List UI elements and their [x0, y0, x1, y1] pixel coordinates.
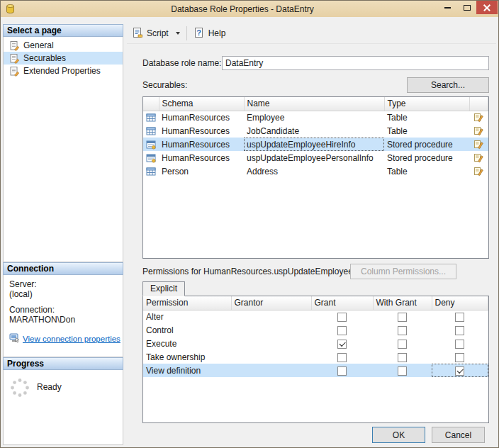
permission-name: Alter	[143, 310, 231, 323]
script-button-label: Script	[147, 28, 169, 38]
with-grant-cell	[373, 337, 432, 350]
view-connection-properties-link[interactable]: View connection properties	[23, 334, 120, 344]
checkbox[interactable]	[455, 353, 464, 362]
connection-panel: Server: (local) Connection: MARATHON\Don	[3, 275, 123, 357]
tab-explicit[interactable]: Explicit	[142, 281, 185, 296]
select-page-header: Select a page	[3, 24, 123, 37]
minimize-icon	[444, 7, 451, 9]
permission-row[interactable]: Execute	[143, 337, 488, 350]
role-name-input[interactable]	[222, 56, 489, 70]
checkbox[interactable]	[455, 326, 464, 335]
search-button[interactable]: Search...	[407, 77, 489, 93]
col-header-with-grant[interactable]: With Grant	[373, 296, 432, 310]
spinner-icon	[9, 377, 30, 401]
script-button[interactable]: Script	[128, 25, 172, 43]
col-header-permission[interactable]: Permission	[143, 296, 231, 310]
securable-type: Stored procedure	[384, 138, 469, 151]
titlebar[interactable]: Database Role Properties - DataEntry	[1, 1, 498, 17]
server-label: Server:	[9, 279, 118, 289]
deny-cell	[432, 337, 488, 350]
script-dropdown-button[interactable]	[172, 28, 184, 39]
securable-type: Table	[384, 124, 469, 138]
content-area: Script ? Help	[127, 19, 496, 445]
checkbox[interactable]	[337, 353, 347, 362]
checkbox[interactable]	[455, 340, 464, 349]
securables-label: Securables:	[142, 80, 187, 90]
col-header-edit[interactable]	[469, 97, 488, 111]
maximize-icon	[464, 5, 471, 11]
sidebar-item-general[interactable]: General	[4, 39, 123, 52]
col-header-deny[interactable]: Deny	[432, 296, 488, 310]
securable-row[interactable]: HumanResourcesJobCandidateTable	[143, 124, 488, 138]
securable-row[interactable]: HumanResourcesuspUpdateEmployeePersonalI…	[143, 151, 488, 164]
securable-row[interactable]: HumanResourcesEmployeeTable	[143, 111, 488, 124]
checkbox[interactable]	[398, 340, 407, 349]
window-controls	[438, 1, 498, 14]
grantor-cell	[231, 310, 311, 323]
checkbox[interactable]	[337, 340, 347, 349]
checkbox[interactable]	[337, 366, 347, 376]
progress-header: Progress	[3, 357, 123, 370]
col-header-name[interactable]: Name	[244, 97, 384, 111]
edit-icon[interactable]	[473, 152, 484, 163]
dialog-footer: OK Cancel	[142, 427, 489, 443]
securable-type: Table	[384, 164, 469, 178]
securable-row[interactable]: HumanResourcesuspUpdateEmployeeHireInfoS…	[143, 138, 488, 151]
cancel-button[interactable]: Cancel	[432, 427, 485, 443]
grant-cell	[311, 323, 373, 337]
with-grant-cell	[373, 350, 432, 364]
script-icon	[132, 27, 143, 40]
col-header-grantor[interactable]: Grantor	[231, 296, 311, 310]
help-button[interactable]: ? Help	[190, 25, 230, 43]
col-header-schema[interactable]: Schema	[159, 97, 244, 111]
page-icon	[9, 66, 20, 77]
help-icon: ?	[194, 27, 205, 40]
permission-row[interactable]: View definition	[143, 364, 488, 377]
help-button-label: Help	[208, 28, 226, 38]
sidebar-item-securables[interactable]: Securables	[4, 52, 123, 65]
edit-icon[interactable]	[473, 139, 484, 150]
securable-name: Address	[244, 164, 384, 178]
deny-cell	[432, 364, 488, 377]
sidebar-item-label: Securables	[23, 53, 66, 63]
col-header-type[interactable]: Type	[384, 97, 469, 111]
close-button[interactable]	[476, 1, 498, 14]
edit-icon[interactable]	[473, 112, 484, 123]
ok-button[interactable]: OK	[372, 427, 425, 443]
checkbox[interactable]	[398, 366, 407, 376]
edit-icon[interactable]	[473, 125, 484, 136]
column-permissions-button: Column Permissions...	[350, 264, 456, 279]
permission-row[interactable]: Alter	[143, 310, 488, 323]
checkbox[interactable]	[337, 326, 347, 335]
securable-row[interactable]: PersonAddressTable	[143, 164, 488, 178]
connection-label: Connection:	[9, 305, 118, 315]
col-header-icon[interactable]	[143, 97, 159, 111]
col-header-grant[interactable]: Grant	[311, 296, 373, 310]
minimize-button[interactable]	[438, 1, 457, 14]
checkbox[interactable]	[455, 313, 464, 322]
maximize-button[interactable]	[457, 1, 476, 14]
with-grant-cell	[373, 323, 432, 337]
with-grant-cell	[373, 310, 432, 323]
securables-rows: HumanResourcesEmployeeTableHumanResource…	[143, 111, 488, 178]
sidebar: Select a page GeneralSecurablesExtended …	[3, 19, 123, 445]
securable-type: Stored procedure	[384, 151, 469, 164]
checkbox[interactable]	[398, 353, 407, 362]
checkbox[interactable]	[398, 313, 407, 322]
securable-name: JobCandidate	[244, 124, 384, 138]
edit-icon[interactable]	[473, 166, 484, 177]
securable-name: Employee	[244, 111, 384, 124]
permission-row[interactable]: Take ownership	[143, 350, 488, 364]
grantor-cell	[231, 350, 311, 364]
permissions-rows: AlterControlExecuteTake ownershipView de…	[143, 310, 488, 377]
checkbox[interactable]	[398, 326, 407, 335]
checkbox[interactable]	[455, 366, 464, 376]
sidebar-item-extended-properties[interactable]: Extended Properties	[4, 65, 123, 77]
page-icon	[9, 40, 20, 51]
permission-row[interactable]: Control	[143, 323, 488, 337]
grantor-cell	[231, 364, 311, 377]
permission-name: Control	[143, 323, 231, 337]
checkbox[interactable]	[337, 313, 347, 322]
dialog-window: Database Role Properties - DataEntry Sel…	[0, 0, 499, 448]
permission-name: Execute	[143, 337, 231, 350]
